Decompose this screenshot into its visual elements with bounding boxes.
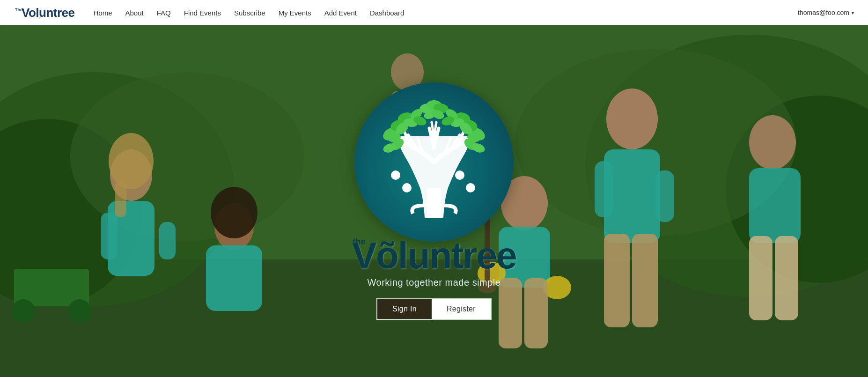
svg-point-46 <box>429 208 439 217</box>
main-nav: Home About FAQ Find Events Subscribe My … <box>94 9 798 17</box>
svg-point-44 <box>455 170 464 180</box>
hero-tagline: Working together made simple <box>368 277 501 288</box>
nav-my-events[interactable]: My Events <box>279 9 311 17</box>
svg-point-42 <box>391 170 400 180</box>
nav-dashboard[interactable]: Dashboard <box>370 9 404 17</box>
nav-home[interactable]: Home <box>94 9 112 17</box>
brand-logo[interactable]: The Voluntree <box>14 6 75 20</box>
hero-section: the Võluntree Working together made simp… <box>0 25 868 377</box>
navbar: The Voluntree Home About FAQ Find Events… <box>0 0 868 25</box>
tree-logo-svg <box>373 96 495 228</box>
logo-circle <box>354 82 514 242</box>
nav-about[interactable]: About <box>125 9 144 17</box>
hero-brand: the Võluntree <box>352 237 516 274</box>
svg-point-45 <box>466 183 475 192</box>
nav-subscribe[interactable]: Subscribe <box>234 9 265 17</box>
nav-find-events[interactable]: Find Events <box>184 9 221 17</box>
user-email: thomas@foo.com <box>798 9 849 16</box>
register-button[interactable]: Register <box>432 299 491 319</box>
signin-button[interactable]: Sign In <box>377 299 432 319</box>
hero-content: the Võluntree Working together made simp… <box>0 25 868 377</box>
user-menu[interactable]: thomas@foo.com ▾ <box>798 9 854 16</box>
svg-point-43 <box>402 183 412 192</box>
nav-add-event[interactable]: Add Event <box>324 9 357 17</box>
hero-brand-name: Võluntree <box>352 235 516 276</box>
hero-buttons: Sign In Register <box>376 298 492 320</box>
brand-the-text: The <box>15 7 22 12</box>
brand-name-text: Voluntree <box>22 6 74 20</box>
dropdown-arrow-icon: ▾ <box>852 10 854 15</box>
nav-faq[interactable]: FAQ <box>157 9 171 17</box>
